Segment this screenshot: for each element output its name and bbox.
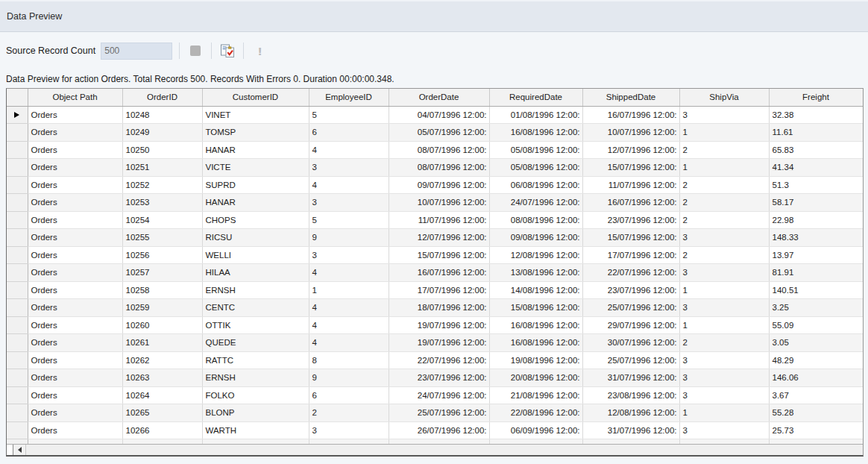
grid-cell[interactable]: HANAR — [202, 141, 309, 159]
grid-cell[interactable]: 15/08/1996 12:00: — [489, 299, 582, 317]
grid-cell[interactable]: 1 — [309, 281, 389, 299]
grid-cell[interactable]: 23/07/1996 12:00: — [582, 211, 679, 229]
grid-cell[interactable]: Orders — [28, 351, 122, 369]
grid-cell[interactable]: 25/07/1996 12:00: — [582, 299, 679, 317]
grid-cell[interactable]: 1 — [679, 281, 769, 299]
grid-cell[interactable]: 3.67 — [769, 386, 863, 404]
grid-cell[interactable]: 10259 — [122, 299, 202, 317]
grid-cell[interactable]: 17/07/1996 12:00: — [389, 281, 489, 299]
column-header-object-path[interactable]: Object Path — [28, 89, 122, 106]
grid-cell[interactable]: 01/08/1996 12:00: — [489, 106, 582, 124]
grid-cell[interactable]: 65.83 — [769, 141, 863, 159]
stop-button[interactable] — [186, 42, 204, 60]
column-header-orderdate[interactable]: OrderDate — [389, 89, 489, 106]
grid-cell[interactable]: 10251 — [122, 159, 202, 177]
row-selector[interactable] — [7, 229, 28, 247]
row-selector[interactable] — [7, 404, 28, 422]
grid-cell[interactable]: 16/08/1996 12:00: — [489, 334, 582, 352]
grid-cell[interactable]: 16/07/1996 12:00: — [582, 194, 679, 212]
grid-cell[interactable]: 4 — [309, 141, 389, 159]
grid-cell[interactable]: 08/07/1996 12:00: — [389, 159, 489, 177]
grid-cell[interactable]: 25.73 — [769, 421, 863, 439]
grid-cell[interactable]: Orders — [28, 194, 122, 212]
grid-cell[interactable]: CENTC — [202, 299, 309, 317]
grid-cell[interactable]: RATTC — [202, 351, 309, 369]
grid-cell[interactable]: 10262 — [122, 351, 202, 369]
grid-cell[interactable]: 3 — [679, 421, 769, 439]
grid-cell[interactable]: Orders — [28, 334, 122, 352]
row-selector[interactable] — [7, 334, 28, 352]
grid-cell[interactable]: 3 — [679, 106, 769, 124]
grid-cell[interactable]: 13.97 — [769, 246, 863, 264]
grid-cell[interactable]: 10257 — [122, 264, 202, 282]
show-errors-button[interactable]: ! — [251, 42, 268, 60]
grid-cell[interactable]: 19/07/1996 12:00: — [389, 334, 489, 352]
grid-cell[interactable]: 31/07/1996 12:00: — [582, 421, 679, 439]
grid-cell[interactable]: 10250 — [122, 141, 202, 159]
grid-cell[interactable]: 3 — [679, 299, 769, 317]
grid-cell[interactable]: 2 — [679, 194, 769, 212]
grid-cell[interactable]: 16/08/1996 12:00: — [489, 316, 582, 334]
hscroll-thumb[interactable] — [26, 445, 863, 455]
grid-cell[interactable]: 10261 — [122, 334, 202, 352]
grid-cell[interactable]: 55.28 — [769, 404, 863, 422]
scroll-left-button[interactable] — [13, 445, 26, 455]
grid-cell[interactable]: 2 — [679, 246, 769, 264]
grid-cell[interactable]: TOMSP — [202, 124, 309, 142]
grid-cell[interactable]: 19/07/1996 12:00: — [389, 316, 489, 334]
grid-cell[interactable]: 21/08/1996 12:00: — [489, 386, 582, 404]
grid-cell[interactable]: 9 — [309, 369, 389, 387]
grid-cell[interactable]: 3 — [679, 351, 769, 369]
grid-cell[interactable]: 8 — [309, 351, 389, 369]
grid-cell[interactable]: 9 — [309, 229, 389, 247]
grid-cell[interactable]: 14/08/1996 12:00: — [489, 281, 582, 299]
grid-cell[interactable]: Orders — [28, 124, 122, 142]
grid-cell[interactable]: RICSU — [202, 229, 309, 247]
grid-cell[interactable]: CHOPS — [202, 211, 309, 229]
grid-cell[interactable]: 32.38 — [769, 106, 863, 124]
grid-cell[interactable]: ERNSH — [202, 369, 309, 387]
grid-cell[interactable]: 3 — [309, 421, 389, 439]
grid-cell[interactable]: 2 — [679, 334, 769, 352]
grid-cell[interactable]: ERNSH — [202, 281, 309, 299]
grid-cell[interactable]: 4 — [309, 176, 389, 194]
row-selector[interactable] — [7, 159, 28, 177]
grid-cell[interactable]: 3.25 — [769, 299, 863, 317]
row-selector[interactable] — [7, 369, 28, 387]
grid-cell[interactable]: 3 — [309, 159, 389, 177]
grid-cell[interactable]: 16/07/1996 12:00: — [389, 264, 489, 282]
grid-cell[interactable]: 23/08/1996 12:00: — [582, 386, 679, 404]
column-header-customerid[interactable]: CustomerID — [202, 89, 309, 106]
grid-cell[interactable]: 31/07/1996 12:00: — [582, 369, 679, 387]
grid-cell[interactable]: 10248 — [122, 106, 202, 124]
grid-cell[interactable]: Orders — [28, 386, 122, 404]
grid-cell[interactable]: 08/07/1996 12:00: — [389, 141, 489, 159]
grid-cell[interactable]: 22.98 — [769, 211, 863, 229]
grid-cell[interactable]: 22/07/1996 12:00: — [582, 264, 679, 282]
grid-cell[interactable]: 05/08/1996 12:00: — [489, 141, 582, 159]
grid-cell[interactable]: 4 — [309, 316, 389, 334]
grid-cell[interactable]: 11/07/1996 12:00: — [389, 211, 489, 229]
grid-cell[interactable]: 10253 — [122, 194, 202, 212]
grid-cell[interactable]: 11/07/1996 12:00: — [582, 176, 679, 194]
grid-cell[interactable]: Orders — [28, 404, 122, 422]
grid-cell[interactable]: 18/07/1996 12:00: — [389, 299, 489, 317]
grid-cell[interactable]: 148.33 — [769, 229, 863, 247]
grid-cell[interactable]: Orders — [28, 281, 122, 299]
grid-cell[interactable]: 10249 — [122, 124, 202, 142]
grid-cell[interactable]: 6 — [309, 124, 389, 142]
grid-cell[interactable]: Orders — [28, 211, 122, 229]
row-selector[interactable] — [7, 299, 28, 317]
grid-cell[interactable]: 09/07/1996 12:00: — [389, 176, 489, 194]
grid-cell[interactable]: 55.09 — [769, 316, 863, 334]
grid-cell[interactable]: VICTE — [202, 159, 309, 177]
column-header-shippeddate[interactable]: ShippedDate — [582, 89, 679, 106]
row-selector[interactable] — [7, 264, 28, 282]
grid-cell[interactable]: 19/08/1996 12:00: — [489, 351, 582, 369]
grid-cell[interactable]: 3 — [309, 194, 389, 212]
grid-cell[interactable]: 12/07/1996 12:00: — [582, 141, 679, 159]
grid-cell[interactable]: 10252 — [122, 176, 202, 194]
grid-cell[interactable]: Orders — [28, 369, 122, 387]
grid-cell[interactable]: 23/07/1996 12:00: — [389, 369, 489, 387]
grid-cell[interactable]: QUEDE — [202, 334, 309, 352]
